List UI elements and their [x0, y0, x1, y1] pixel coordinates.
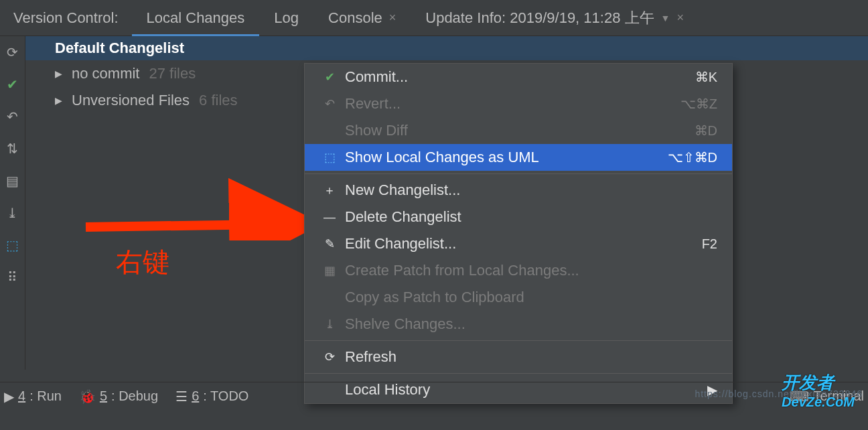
- annotation-text: 右键: [116, 244, 169, 281]
- vcs-toolbar: ⟳ ✔ ↶ ⇅ ▤ ⤓ ⬚ ⠿: [0, 36, 25, 370]
- menu-create-patch[interactable]: ▦Create Patch from Local Changes...: [305, 257, 732, 284]
- tool-run[interactable]: ▶4: Run: [4, 388, 62, 405]
- shelve-icon: ⤓: [319, 317, 340, 332]
- diff-icon[interactable]: ⇅: [3, 139, 22, 158]
- revert-icon[interactable]: ↶: [3, 107, 22, 126]
- menu-commit[interactable]: ✔Commit...⌘K: [305, 64, 732, 90]
- check-icon: ✔: [319, 70, 340, 84]
- close-icon[interactable]: ×: [676, 11, 684, 25]
- patch-icon: ▦: [319, 263, 340, 278]
- menu-shelve[interactable]: ⤓Shelve Changes...: [305, 311, 732, 338]
- default-changelist-header[interactable]: Default Changelist: [25, 36, 868, 60]
- expand-icon[interactable]: ▶: [55, 68, 62, 79]
- play-icon: ▶: [4, 388, 14, 405]
- chevron-down-icon[interactable]: ▼: [661, 13, 670, 23]
- menu-separator: [305, 340, 732, 341]
- menu-edit-changelist[interactable]: ✎Edit Changelist...F2: [305, 230, 732, 257]
- uml-icon[interactable]: ⬚: [3, 236, 22, 255]
- tool-debug[interactable]: 🐞5: Debug: [79, 388, 158, 405]
- changelist-icon[interactable]: ▤: [3, 171, 22, 190]
- expand-icon[interactable]: ▶: [55, 95, 62, 106]
- menu-separator: [305, 173, 732, 174]
- tab-local-changes[interactable]: Local Changes: [132, 0, 260, 36]
- menu-revert[interactable]: ↶Revert...⌥⌘Z: [305, 90, 732, 117]
- site-logo: 开发者DevZe.CoM: [782, 371, 855, 410]
- vcs-tabbar: Version Control: Local Changes Log Conso…: [0, 0, 868, 36]
- vcs-title: Version Control:: [0, 9, 132, 27]
- commit-icon[interactable]: ✔: [3, 75, 22, 94]
- menu-show-diff[interactable]: Show Diff⌘D: [305, 117, 732, 144]
- tool-todo[interactable]: ☰6: TODO: [175, 388, 248, 405]
- shelve-icon[interactable]: ⤓: [3, 204, 22, 222]
- menu-delete-changelist[interactable]: —Delete Changelist: [305, 204, 732, 230]
- menu-copy-patch[interactable]: Copy as Patch to Clipboard: [305, 284, 732, 311]
- minus-icon: —: [319, 210, 340, 224]
- context-menu: ✔Commit...⌘K ↶Revert...⌥⌘Z Show Diff⌘D ⬚…: [304, 63, 733, 404]
- undo-icon: ↶: [319, 96, 340, 111]
- group-icon[interactable]: ⠿: [3, 268, 22, 287]
- annotation-arrow: [79, 153, 334, 240]
- menu-separator: [305, 373, 732, 374]
- menu-show-uml[interactable]: ⬚Show Local Changes as UML⌥⇧⌘D: [305, 144, 732, 171]
- plus-icon: ＋: [319, 182, 340, 198]
- svg-line-0: [86, 224, 313, 227]
- menu-new-changelist[interactable]: ＋New Changelist...: [305, 177, 732, 204]
- bug-icon: 🐞: [79, 388, 96, 405]
- tab-console[interactable]: Console×: [313, 0, 411, 36]
- close-icon[interactable]: ×: [389, 11, 396, 25]
- refresh-icon[interactable]: ⟳: [3, 43, 22, 62]
- tab-update-info[interactable]: Update Info: 2019/9/19, 11:28 上午▼×: [411, 0, 699, 36]
- menu-refresh[interactable]: ⟳Refresh: [305, 344, 732, 370]
- refresh-icon: ⟳: [319, 350, 340, 364]
- pencil-icon: ✎: [319, 236, 340, 251]
- tab-log[interactable]: Log: [259, 0, 313, 36]
- uml-icon: ⬚: [319, 150, 340, 165]
- list-icon: ☰: [175, 388, 188, 405]
